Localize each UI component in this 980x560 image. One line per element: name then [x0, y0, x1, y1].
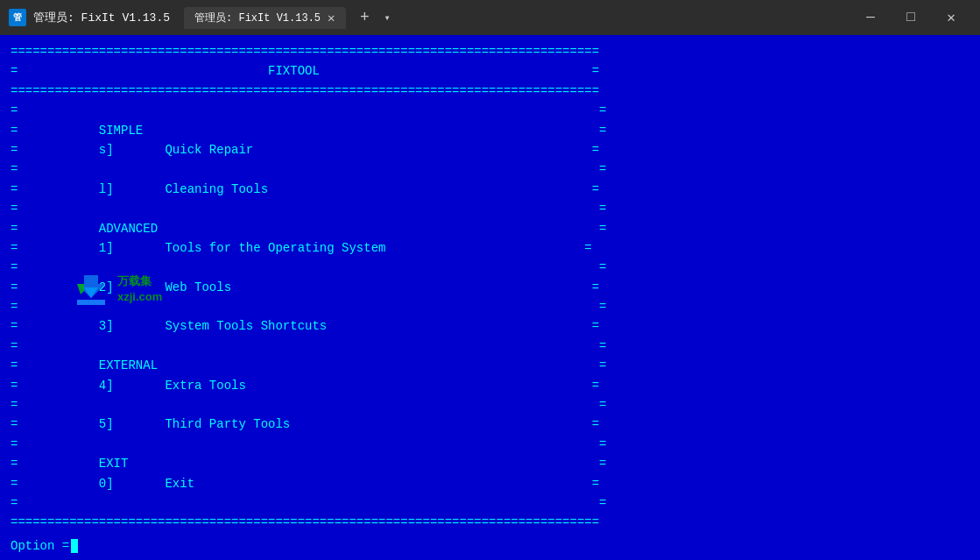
terminal-line: = EXIT = [11, 454, 969, 473]
terminal-line: = SIMPLE = [11, 121, 969, 140]
terminal-line: ========================================… [11, 513, 969, 532]
terminal-line: = = [11, 258, 969, 277]
terminal-line: ========================================… [11, 82, 969, 101]
terminal-prompt: Option = [11, 539, 69, 553]
terminal-line: = 3] System Tools Shortcuts = [11, 316, 969, 336]
terminal-line: = = [11, 395, 969, 415]
terminal-output: ========================================… [0, 35, 980, 532]
terminal-line: = ADVANCED = [11, 219, 969, 238]
terminal-line: = 4] Extra Tools = [11, 376, 969, 395]
terminal-line: = = [11, 159, 969, 179]
terminal-line: = = [11, 199, 969, 218]
terminal-line: = EXTERNAL = [11, 356, 969, 375]
tab-label: 管理员: FixIt V1.13.5 [194, 11, 321, 25]
terminal-line: = 5] Third Party Tools = [11, 415, 969, 434]
terminal-line: = FIXTOOL = [11, 61, 969, 81]
terminal-line: = 1] Tools for the Operating System = [11, 238, 969, 258]
terminal-line: ========================================… [11, 42, 969, 61]
terminal-line: = = [11, 297, 969, 316]
app-title: 管理员: FixIt V1.13.5 [33, 10, 170, 25]
terminal-line: = = [11, 493, 969, 513]
minimize-button[interactable]: — [850, 0, 891, 35]
app-icon: 管 [9, 9, 26, 26]
terminal-window: ========================================… [0, 35, 980, 560]
terminal-line: = = [11, 435, 969, 454]
close-button[interactable]: ✕ [931, 0, 971, 35]
terminal-input-area[interactable]: Option = [0, 532, 980, 560]
terminal-cursor [71, 539, 78, 553]
new-tab-button[interactable]: + [353, 5, 377, 30]
tab-dropdown-button[interactable]: ▾ [384, 11, 391, 25]
active-tab[interactable]: 管理员: FixIt V1.13.5 ✕ [184, 7, 345, 29]
terminal-line: = 0] Exit = [11, 474, 969, 493]
titlebar: 管 管理员: FixIt V1.13.5 管理员: FixIt V1.13.5 … [0, 0, 980, 35]
terminal-line: = 2] Web Tools = [11, 278, 969, 297]
tab-close-button[interactable]: ✕ [328, 11, 335, 25]
terminal-line: = = [11, 337, 969, 356]
window-controls: — □ ✕ [850, 0, 971, 35]
maximize-button[interactable]: □ [891, 0, 931, 35]
terminal-line: = = [11, 101, 969, 120]
terminal-line: = s] Quick Repair = [11, 140, 969, 159]
terminal-line: = l] Cleaning Tools = [11, 180, 969, 199]
